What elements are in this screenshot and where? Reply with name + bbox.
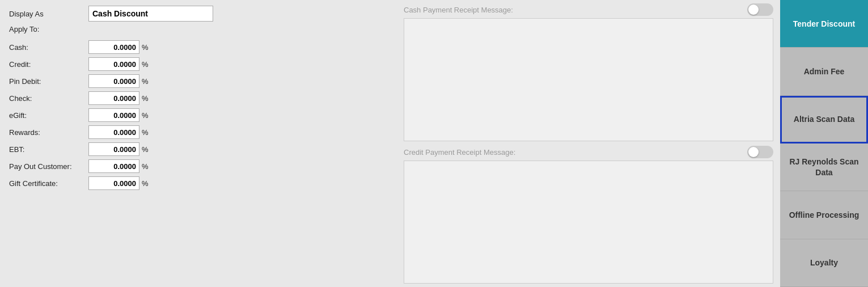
field-input-wrap-0: % [88,40,149,54]
right-panel: Tender DiscountAdmin FeeAltria Scan Data… [780,0,868,287]
percent-sign-3: % [142,94,149,103]
cash-receipt-textarea[interactable] [404,18,773,141]
field-input-4[interactable] [88,108,139,122]
field-rows: Cash:%Credit:%Pin Debit:%Check:%eGift:%R… [9,40,388,190]
field-input-wrap-3: % [88,91,149,105]
field-row-5: Rewards:% [9,125,388,139]
nav-button-rj-reynolds[interactable]: RJ Reynolds Scan Data [780,144,868,191]
percent-sign-4: % [142,111,149,120]
main-container: Display As Apply To: Cash:%Credit:%Pin D… [0,0,868,287]
field-input-wrap-7: % [88,159,149,173]
cash-receipt-header: Cash Payment Receipt Message: [404,3,773,16]
field-row-6: EBT:% [9,142,388,156]
percent-sign-8: % [142,179,149,188]
field-label-4: eGift: [9,111,88,120]
field-label-8: Gift Certificate: [9,179,88,188]
field-input-8[interactable] [88,176,139,190]
cash-receipt-toggle[interactable] [747,3,773,16]
cash-receipt-label: Cash Payment Receipt Message: [404,6,513,14]
percent-sign-5: % [142,128,149,137]
field-input-6[interactable] [88,142,139,156]
cash-toggle-knob [748,5,759,15]
credit-receipt-header: Credit Payment Receipt Message: [404,146,773,158]
nav-button-tender-discount[interactable]: Tender Discount [780,0,868,48]
field-input-wrap-5: % [88,125,149,139]
percent-sign-6: % [142,145,149,154]
display-as-label: Display As [9,10,88,18]
field-input-5[interactable] [88,125,139,139]
credit-receipt-label: Credit Payment Receipt Message: [404,148,515,157]
field-input-1[interactable] [88,57,139,71]
nav-button-altria-scan-data[interactable]: Altria Scan Data [780,96,868,144]
field-label-0: Cash: [9,43,88,52]
percent-sign-7: % [142,162,149,171]
field-input-7[interactable] [88,159,139,173]
field-input-wrap-4: % [88,108,149,122]
percent-sign-1: % [142,60,149,69]
field-label-3: Check: [9,94,88,103]
field-row-2: Pin Debit:% [9,74,388,88]
field-label-5: Rewards: [9,128,88,137]
credit-receipt-section: Credit Payment Receipt Message: [404,146,773,284]
percent-sign-2: % [142,77,149,86]
nav-button-admin-fee[interactable]: Admin Fee [780,48,868,95]
nav-button-offline-processing[interactable]: Offline Processing [780,191,868,239]
field-row-4: eGift:% [9,108,388,122]
credit-receipt-textarea[interactable] [404,161,773,284]
field-input-wrap-1: % [88,57,149,71]
field-label-6: EBT: [9,145,88,154]
field-input-wrap-8: % [88,176,149,190]
field-row-7: Pay Out Customer:% [9,159,388,173]
field-label-7: Pay Out Customer: [9,162,88,171]
field-row-3: Check:% [9,91,388,105]
credit-toggle-knob [748,147,759,157]
field-input-wrap-2: % [88,74,149,88]
apply-to-label: Apply To: [9,25,88,33]
field-row-1: Credit:% [9,57,388,71]
field-row-0: Cash:% [9,40,388,54]
display-as-input[interactable] [88,6,213,22]
percent-sign-0: % [142,43,149,52]
field-input-2[interactable] [88,74,139,88]
cash-receipt-section: Cash Payment Receipt Message: [404,3,773,141]
field-label-1: Credit: [9,60,88,69]
field-input-wrap-6: % [88,142,149,156]
nav-button-loyalty[interactable]: Loyalty [780,239,868,287]
field-row-8: Gift Certificate:% [9,176,388,190]
apply-to-row: Apply To: [9,25,388,37]
left-panel: Display As Apply To: Cash:%Credit:%Pin D… [0,0,397,287]
credit-receipt-toggle[interactable] [747,146,773,158]
field-input-0[interactable] [88,40,139,54]
field-label-2: Pin Debit: [9,77,88,86]
middle-panel: Cash Payment Receipt Message: Credit Pay… [397,0,780,287]
field-input-3[interactable] [88,91,139,105]
display-as-row: Display As [9,6,388,22]
